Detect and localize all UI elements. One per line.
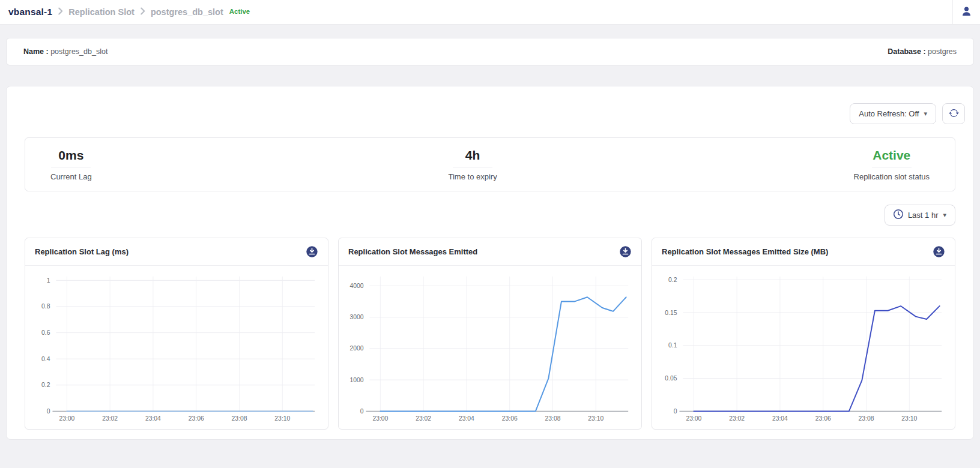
stat-divider: [453, 167, 492, 167]
svg-text:23:04: 23:04: [145, 415, 161, 422]
stat-time-to-expiry: 4h Time to expiry: [449, 148, 497, 181]
svg-text:23:00: 23:00: [372, 415, 388, 422]
svg-text:23:10: 23:10: [588, 415, 603, 422]
svg-text:23:02: 23:02: [416, 415, 431, 422]
svg-text:23:08: 23:08: [859, 415, 874, 422]
slot-name-value: postgres_db_slot: [50, 47, 107, 56]
auto-refresh-dropdown[interactable]: Auto Refresh: Off ▾: [850, 103, 936, 124]
svg-text:23:00: 23:00: [59, 415, 74, 422]
slot-database-label: Database :: [888, 47, 925, 56]
svg-text:0.4: 0.4: [41, 356, 50, 362]
svg-text:23:10: 23:10: [901, 415, 917, 422]
svg-text:23:00: 23:00: [686, 415, 701, 422]
user-icon: [961, 5, 972, 19]
status-badge: Active: [229, 8, 250, 15]
svg-text:0.05: 0.05: [665, 375, 677, 382]
auto-refresh-label: Auto Refresh: Off: [859, 109, 919, 118]
stat-value: 0ms: [58, 148, 83, 163]
slot-database: Database : postgres: [888, 47, 957, 56]
chart-header: Replication Slot Messages Emitted Size (…: [652, 238, 955, 266]
download-circle-icon: [306, 245, 318, 258]
stat-divider: [872, 167, 912, 167]
time-range-label: Last 1 hr: [908, 211, 939, 220]
user-menu-button[interactable]: [952, 0, 980, 24]
chart-title: Replication Slot Messages Emitted Size (…: [662, 247, 828, 256]
stat-label: Time to expiry: [449, 172, 497, 181]
chevron-right-icon: [140, 7, 145, 17]
svg-text:23:04: 23:04: [772, 415, 788, 422]
chart-header: Replication Slot Lag (ms): [25, 238, 328, 266]
download-circle-icon: [933, 245, 945, 258]
chart-card-messages-emitted: Replication Slot Messages Emitted 010002…: [338, 238, 642, 430]
download-chart-button[interactable]: [933, 245, 945, 258]
svg-text:23:04: 23:04: [459, 415, 474, 422]
svg-text:1000: 1000: [349, 377, 363, 383]
svg-text:4000: 4000: [349, 283, 363, 289]
svg-text:3000: 3000: [349, 314, 363, 320]
refresh-toolbar: Auto Refresh: Off ▾: [7, 103, 973, 124]
svg-text:23:08: 23:08: [232, 415, 247, 422]
download-circle-icon: [619, 245, 632, 258]
chart-card-messages-emitted-size: Replication Slot Messages Emitted Size (…: [652, 238, 955, 430]
time-range-bar: Last 1 hr ▾: [25, 205, 955, 226]
svg-text:0: 0: [674, 408, 677, 415]
svg-text:23:02: 23:02: [102, 415, 118, 422]
clock-icon: [894, 209, 903, 221]
chart-header: Replication Slot Messages Emitted: [339, 238, 641, 266]
chevron-down-icon: ▾: [924, 110, 927, 117]
chart-canvas-messages-emitted[interactable]: 0100020003000400023:0023:0223:0423:0623:…: [339, 266, 641, 429]
slot-name: Name : postgres_db_slot: [23, 47, 107, 56]
summary-stats-card: 0ms Current Lag 4h Time to expiry Active…: [25, 137, 955, 191]
svg-text:0.8: 0.8: [41, 303, 50, 310]
chart-title: Replication Slot Messages Emitted: [348, 247, 477, 256]
slot-name-label: Name :: [23, 47, 49, 56]
charts-row: Replication Slot Lag (ms) 00.20.40.60.81…: [25, 238, 955, 430]
svg-text:0.15: 0.15: [665, 310, 677, 316]
breadcrumb: vbansal-1 Replication Slot postgres_db_s…: [0, 7, 250, 17]
svg-text:0.2: 0.2: [41, 382, 50, 388]
stat-label: Replication slot status: [854, 172, 930, 181]
chart-canvas-lag[interactable]: 00.20.40.60.8123:0023:0223:0423:0623:082…: [25, 266, 328, 429]
chart-card-replication-slot-lag: Replication Slot Lag (ms) 00.20.40.60.81…: [25, 238, 328, 430]
svg-text:23:06: 23:06: [189, 415, 204, 422]
breadcrumb-section-link[interactable]: Replication Slot: [68, 7, 135, 17]
svg-text:0: 0: [360, 408, 364, 415]
svg-text:23:02: 23:02: [729, 415, 745, 422]
svg-text:2000: 2000: [349, 345, 363, 352]
stat-current-lag: 0ms Current Lag: [50, 148, 92, 181]
slot-info-bar: Name : postgres_db_slot Database : postg…: [6, 38, 974, 65]
chart-canvas-messages-emitted-size[interactable]: 00.050.10.150.223:0023:0223:0423:0623:08…: [652, 266, 955, 429]
svg-text:23:10: 23:10: [274, 415, 290, 422]
breadcrumb-current-item: postgres_db_slot: [151, 7, 223, 17]
time-range-dropdown[interactable]: Last 1 hr ▾: [885, 205, 955, 226]
stat-slot-status: Active Replication slot status: [854, 148, 930, 181]
stat-divider: [51, 167, 91, 167]
metrics-panel: Auto Refresh: Off ▾ 0ms Current Lag 4h T…: [6, 86, 974, 440]
refresh-icon: [949, 108, 959, 120]
stat-value: Active: [873, 148, 910, 163]
chevron-right-icon: [58, 7, 63, 17]
refresh-button[interactable]: [942, 103, 965, 124]
stat-value: 4h: [465, 148, 480, 163]
chart-title: Replication Slot Lag (ms): [35, 247, 129, 256]
top-header: vbansal-1 Replication Slot postgres_db_s…: [0, 0, 980, 25]
stat-label: Current Lag: [50, 172, 92, 181]
download-chart-button[interactable]: [619, 245, 632, 258]
download-chart-button[interactable]: [306, 245, 318, 258]
svg-text:23:08: 23:08: [545, 415, 561, 422]
svg-text:0.1: 0.1: [668, 342, 677, 349]
svg-text:0.2: 0.2: [668, 277, 677, 283]
slot-database-value: postgres: [928, 47, 957, 56]
svg-text:23:06: 23:06: [815, 415, 831, 422]
svg-text:0: 0: [47, 408, 50, 415]
chevron-down-icon: ▾: [943, 212, 946, 218]
svg-text:0.6: 0.6: [41, 329, 50, 336]
breadcrumb-cluster-link[interactable]: vbansal-1: [8, 7, 52, 17]
svg-text:23:06: 23:06: [502, 415, 518, 422]
svg-text:1: 1: [47, 277, 50, 284]
